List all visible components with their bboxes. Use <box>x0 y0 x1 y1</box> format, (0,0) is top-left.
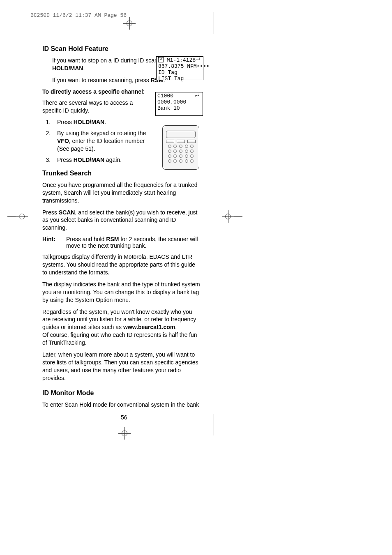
crop-mark-bottom <box>118 427 131 440</box>
step-2: By using the keypad or rotating the VFO,… <box>52 129 151 153</box>
device-btn-search <box>187 140 196 143</box>
para-ts-2: Press SCAN, and select the bank(s) you w… <box>42 209 201 232</box>
lcd-display-2: C1000⌐┘ 0000.0000 Bank 10 <box>155 92 203 116</box>
device-key <box>190 145 194 148</box>
device-btn-service <box>177 140 185 143</box>
bold-rsm: RSM <box>106 236 119 242</box>
bold-vfo: VFO <box>57 138 69 144</box>
device-key <box>173 150 177 153</box>
device-key <box>168 150 171 153</box>
lcd2-line1: C1000⌐┘ <box>157 93 201 99</box>
device-keypad-row-3 <box>167 154 195 158</box>
text: C1000 <box>157 93 173 99</box>
device-key <box>173 145 177 148</box>
lcd1-line2: 867.8375 NFM▫▪▪▪ <box>158 64 201 70</box>
device-key <box>190 150 194 153</box>
device-key <box>168 154 171 158</box>
device-key <box>185 150 188 153</box>
lcd2-line2: 0000.0000 <box>157 99 201 106</box>
text: If you want to resume scanning, press <box>52 77 151 83</box>
bold-holdman: HOLD/MAN <box>74 157 104 163</box>
heading-trunked-search: Trunked Search <box>42 170 201 177</box>
crop-line-bottom <box>214 414 214 435</box>
bold-url: www.bearcat1.com <box>123 324 175 330</box>
text: Press <box>57 119 74 125</box>
para-im-1: To enter Scan Hold mode for conventional… <box>42 401 201 409</box>
text: Press <box>42 209 59 216</box>
crop-mark-right <box>222 210 234 223</box>
para-ts-5b: Of course, figuring out who each ID repr… <box>42 331 201 347</box>
text: Press <box>57 157 74 163</box>
device-key <box>173 159 177 163</box>
crop-mark-top <box>123 17 136 30</box>
hint-label: Hint: <box>42 236 66 249</box>
text: By using the keypad or rotating the <box>57 130 146 136</box>
device-keypad-row-2 <box>167 150 195 153</box>
page-number: 56 <box>121 414 127 421</box>
text: . <box>175 324 177 330</box>
lcd2-line4: Bank 10 <box>157 106 201 112</box>
text: Press and hold <box>66 236 106 242</box>
bold-scan: SCAN <box>59 209 75 216</box>
device-screen <box>166 131 196 138</box>
device-button-row-1 <box>166 140 196 143</box>
scanner-device-illustration <box>162 125 199 170</box>
device-key <box>179 145 182 148</box>
para-ts-4: The display indicates the bank and the t… <box>42 281 201 304</box>
device-key <box>168 159 171 163</box>
para-ts-1: Once you have programmed all the frequen… <box>42 181 201 205</box>
para-several-ways: There are several ways to access a speci… <box>42 99 149 115</box>
para-ts-6: Later, when you learn more about a syste… <box>42 351 201 382</box>
device-key <box>179 150 182 153</box>
device-keypad-row-1 <box>167 145 195 148</box>
device-key <box>179 159 182 163</box>
lcd1-line4: LIST Tag <box>158 76 201 82</box>
para-ts-5: Regardless of the system, you won't know… <box>42 308 201 332</box>
device-key <box>179 154 182 158</box>
crop-line-top <box>214 12 214 34</box>
hold-icon: ⌐┘ <box>196 58 201 63</box>
heading-id-monitor: ID Monitor Mode <box>42 389 201 397</box>
text: 🄿 M1-1:4128 <box>158 57 196 63</box>
device-btn-scan <box>166 140 174 143</box>
crop-line-right <box>234 216 242 216</box>
device-key <box>168 145 171 148</box>
hint-row: Hint: Press and hold RSM for 2 seconds, … <box>42 236 201 249</box>
bold-holdman: HOLD/MAN <box>52 65 83 71</box>
lcd-display-1: 🄿 M1-1:4128⌐┘ 867.8375 NFM▫▪▪▪ ID Tag LI… <box>156 56 203 80</box>
heading-id-scan-hold: ID Scan Hold Feature <box>42 45 201 53</box>
hold-icon: ⌐┘ <box>195 94 200 99</box>
text: , enter the ID location number (See page… <box>57 138 145 152</box>
print-header: BC250D 11/6/2 11:37 AM Page 56 <box>30 12 127 18</box>
device-key <box>185 159 188 163</box>
device-key <box>185 154 188 158</box>
para-ts-3: Talkgroups display differently in Motoro… <box>42 253 201 276</box>
text: . <box>83 65 85 71</box>
hint-text: Press and hold RSM for 2 seconds, the sc… <box>66 236 201 249</box>
text: again. <box>104 157 122 163</box>
lcd1-line1: 🄿 M1-1:4128⌐┘ <box>158 58 201 64</box>
device-key <box>190 154 194 158</box>
device-key <box>190 159 194 163</box>
device-key <box>173 154 177 158</box>
crop-line-left <box>7 216 16 216</box>
crop-mark-left <box>16 210 28 223</box>
device-key <box>185 145 188 148</box>
bold-holdman: HOLD/MAN <box>74 119 104 125</box>
device-keypad-row-4 <box>167 159 195 163</box>
text: . <box>104 119 106 125</box>
lcd1-line3: ID Tag <box>158 70 201 76</box>
